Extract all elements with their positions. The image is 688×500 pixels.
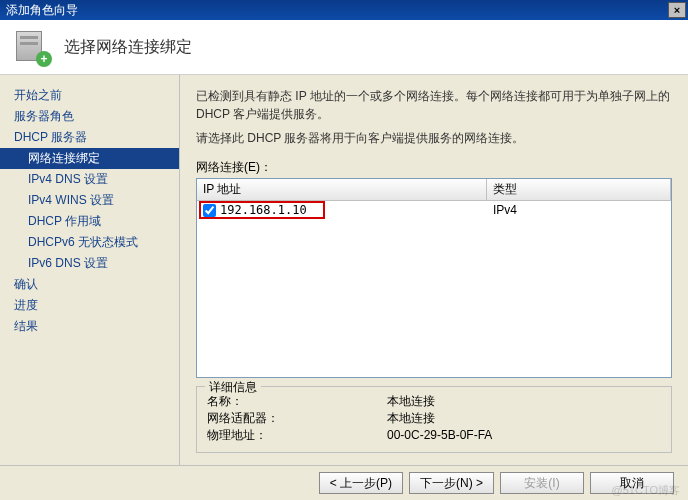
description-2: 请选择此 DHCP 服务器将用于向客户端提供服务的网络连接。 [196, 129, 672, 147]
main: 开始之前服务器角色DHCP 服务器网络连接绑定IPv4 DNS 设置IPv4 W… [0, 75, 688, 465]
detail-name-value: 本地连接 [387, 393, 435, 410]
sidebar-item-10[interactable]: 进度 [0, 295, 179, 316]
detail-adapter-label: 网络适配器： [207, 410, 387, 427]
connections-grid: IP 地址 类型 192.168.1.10IPv4 [196, 178, 672, 378]
sidebar-item-6[interactable]: DHCP 作用域 [0, 211, 179, 232]
wizard-icon: + [12, 27, 52, 67]
window-title: 添加角色向导 [6, 2, 78, 19]
grid-cell-type: IPv4 [487, 202, 671, 218]
sidebar-item-11[interactable]: 结果 [0, 316, 179, 337]
grid-body: 192.168.1.10IPv4 [197, 201, 671, 377]
prev-button[interactable]: < 上一步(P) [319, 472, 403, 494]
detail-mac-value: 00-0C-29-5B-0F-FA [387, 427, 492, 444]
header-panel: + 选择网络连接绑定 [0, 20, 688, 75]
cancel-button[interactable]: 取消 [590, 472, 674, 494]
sidebar-item-9[interactable]: 确认 [0, 274, 179, 295]
page-title: 选择网络连接绑定 [64, 37, 192, 58]
content: 已检测到具有静态 IP 地址的一个或多个网络连接。每个网络连接都可用于为单独子网… [180, 75, 688, 465]
next-button[interactable]: 下一步(N) > [409, 472, 494, 494]
sidebar-item-1[interactable]: 服务器角色 [0, 106, 179, 127]
sidebar-item-0[interactable]: 开始之前 [0, 85, 179, 106]
grid-header-type[interactable]: 类型 [487, 179, 671, 200]
install-button: 安装(I) [500, 472, 584, 494]
grid-header: IP 地址 类型 [197, 179, 671, 201]
detail-mac-label: 物理地址： [207, 427, 387, 444]
details-panel: 详细信息 名称： 本地连接 网络适配器： 本地连接 物理地址： 00-0C-29… [196, 386, 672, 453]
sidebar-item-7[interactable]: DHCPv6 无状态模式 [0, 232, 179, 253]
grid-cell-ip: 192.168.1.10 [197, 202, 487, 218]
sidebar-item-5[interactable]: IPv4 WINS 设置 [0, 190, 179, 211]
connections-label: 网络连接(E)： [196, 159, 672, 176]
sidebar-item-8[interactable]: IPv6 DNS 设置 [0, 253, 179, 274]
grid-row[interactable]: 192.168.1.10IPv4 [197, 201, 671, 219]
description-1: 已检测到具有静态 IP 地址的一个或多个网络连接。每个网络连接都可用于为单独子网… [196, 87, 672, 123]
detail-adapter-value: 本地连接 [387, 410, 435, 427]
sidebar-item-3[interactable]: 网络连接绑定 [0, 148, 179, 169]
connection-checkbox[interactable] [203, 204, 216, 217]
details-title: 详细信息 [205, 379, 261, 396]
grid-header-ip[interactable]: IP 地址 [197, 179, 487, 200]
sidebar-item-4[interactable]: IPv4 DNS 设置 [0, 169, 179, 190]
window-close-button[interactable]: × [668, 2, 686, 18]
sidebar-item-2[interactable]: DHCP 服务器 [0, 127, 179, 148]
window-titlebar: 添加角色向导 × [0, 0, 688, 20]
button-bar: < 上一步(P) 下一步(N) > 安装(I) 取消 [0, 465, 688, 500]
sidebar: 开始之前服务器角色DHCP 服务器网络连接绑定IPv4 DNS 设置IPv4 W… [0, 75, 180, 465]
